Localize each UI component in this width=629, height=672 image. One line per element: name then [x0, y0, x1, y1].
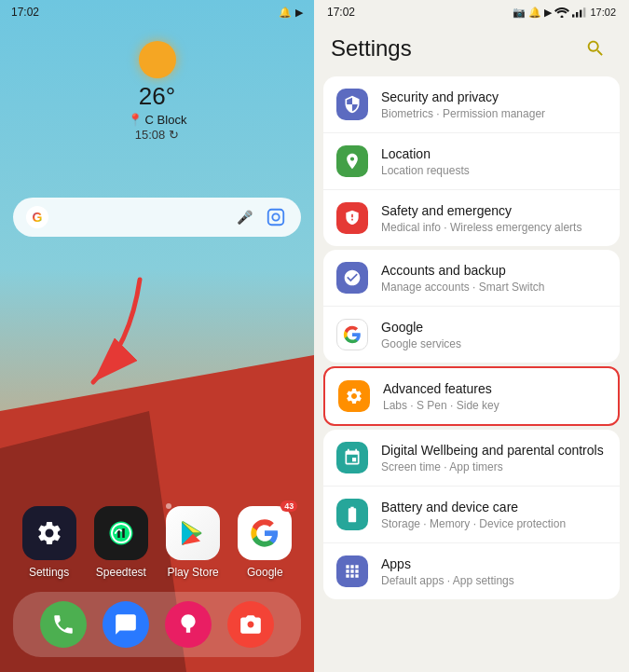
search-icon [585, 38, 606, 59]
bell-status-icon: 🔔 [528, 7, 541, 19]
location-icon [336, 145, 368, 177]
settings-item-apps[interactable]: Apps Default apps · App settings [323, 543, 620, 599]
apps-subtitle: Default apps · App settings [381, 574, 607, 587]
apps-title: Apps [381, 555, 607, 572]
app-settings[interactable]: Settings [22, 506, 76, 579]
settings-title: Settings [331, 35, 412, 62]
settings-header: Settings [314, 22, 629, 76]
dock-petal[interactable] [165, 601, 212, 648]
google-settings-icon [336, 319, 368, 350]
playstore-app-label: Play Store [167, 566, 218, 579]
settings-item-battery[interactable]: Battery and device care Storage · Memory… [323, 487, 620, 543]
svg-point-4 [561, 16, 564, 19]
settings-group-4: Digital Wellbeing and parental controls … [323, 430, 620, 599]
notification-badge: 43 [280, 501, 297, 512]
svg-point-1 [272, 213, 279, 220]
settings-item-accounts[interactable]: Accounts and backup Manage accounts · Sm… [323, 250, 620, 307]
wellbeing-subtitle: Screen time · App timers [381, 460, 607, 473]
camera-status-icon: 📷 [513, 7, 526, 19]
svg-rect-6 [576, 12, 578, 18]
battery-text: Battery and device care Storage · Memory… [381, 499, 607, 529]
search-settings-button[interactable] [579, 32, 612, 65]
settings-item-security[interactable]: Security and privacy Biometrics · Permis… [323, 76, 620, 133]
accounts-title: Accounts and backup [381, 262, 607, 279]
play-status-icon: ▶ [544, 7, 552, 19]
refresh-icon: ↻ [169, 128, 179, 142]
app-grid: Settings Speedtest [0, 506, 314, 579]
advanced-text: Advanced features Labs · S Pen · Side ke… [383, 380, 605, 411]
location-text: Location Location requests [381, 145, 607, 176]
status-bar-right: 17:02 📷 🔔 ▶ 17:02 [314, 0, 629, 22]
security-text: Security and privacy Biometrics · Permis… [381, 89, 607, 119]
security-subtitle: Biometrics · Permission manager [381, 107, 607, 120]
settings-item-advanced[interactable]: Advanced features Labs · S Pen · Side ke… [325, 368, 618, 424]
pin-icon: 📍 [128, 113, 143, 127]
app-google[interactable]: 43 Google [238, 506, 292, 579]
app-speedtest[interactable]: Speedtest [94, 506, 148, 579]
apps-icon [336, 555, 368, 587]
advanced-subtitle: Labs · S Pen · Side key [383, 399, 605, 412]
settings-item-location[interactable]: Location Location requests [323, 133, 620, 190]
battery-text: 17:02 [590, 7, 616, 18]
dock-camera[interactable] [227, 601, 274, 648]
arrow-indicator [47, 270, 158, 401]
safety-title: Safety and emergency [381, 202, 607, 219]
svg-rect-5 [572, 14, 574, 17]
wellbeing-text: Digital Wellbeing and parental controls … [381, 442, 607, 473]
dock-phone[interactable] [40, 601, 87, 648]
playstore-app-icon [166, 506, 220, 560]
location-label: 📍 C Block [128, 113, 187, 127]
status-icons-left: 🔔 ▶ [279, 7, 303, 19]
security-title: Security and privacy [381, 89, 607, 105]
search-action-icons: 🎤 [232, 205, 288, 229]
temperature: 26° [139, 82, 175, 111]
google-g-icon: G [26, 206, 48, 228]
svg-rect-0 [268, 210, 284, 226]
location-subtitle: Location requests [381, 164, 607, 177]
advanced-icon [338, 380, 370, 412]
google-app-icon: 43 [238, 506, 292, 560]
accounts-subtitle: Manage accounts · Smart Switch [381, 281, 607, 294]
google-search-bar[interactable]: G 🎤 [13, 198, 301, 237]
settings-group-advanced: Advanced features Labs · S Pen · Side ke… [323, 366, 620, 426]
status-time-right: 17:02 [327, 6, 355, 19]
safety-subtitle: Medical info · Wireless emergency alerts [381, 221, 607, 234]
safety-icon [336, 202, 368, 234]
clock-display: 15:08 ↻ [135, 128, 180, 142]
accounts-icon [336, 262, 368, 294]
google-settings-text: Google Google services [381, 319, 607, 350]
wellbeing-icon [336, 442, 368, 473]
svg-rect-7 [580, 10, 581, 18]
safety-text: Safety and emergency Medical info · Wire… [381, 202, 607, 233]
battery-subtitle: Storage · Memory · Device protection [381, 517, 607, 530]
dock-messages[interactable] [103, 601, 149, 648]
speedtest-app-label: Speedtest [96, 566, 146, 579]
settings-item-wellbeing[interactable]: Digital Wellbeing and parental controls … [323, 430, 620, 487]
settings-item-safety[interactable]: Safety and emergency Medical info · Wire… [323, 190, 620, 246]
microphone-icon[interactable]: 🎤 [232, 205, 256, 229]
google-settings-title: Google [381, 319, 607, 336]
status-bar-left: 17:02 🔔 ▶ [0, 0, 314, 22]
settings-item-google[interactable]: Google Google services [323, 307, 620, 363]
settings-list: Security and privacy Biometrics · Permis… [314, 76, 629, 672]
weather-widget: 26° 📍 C Block 15:08 ↻ [0, 41, 314, 142]
svg-rect-8 [583, 7, 585, 17]
settings-screen: 17:02 📷 🔔 ▶ 17:02 Settings [314, 0, 629, 672]
settings-app-icon [22, 506, 76, 560]
status-time-left: 17:02 [11, 6, 39, 19]
signal-icon [572, 7, 587, 18]
google-app-label: Google [247, 566, 283, 579]
battery-title: Battery and device care [381, 499, 607, 515]
app-playstore[interactable]: Play Store [166, 506, 220, 579]
lens-icon[interactable] [264, 205, 288, 229]
speedtest-app-icon [94, 506, 148, 560]
status-icons-right: 📷 🔔 ▶ 17:02 [513, 7, 616, 19]
battery-icon [336, 499, 368, 530]
advanced-title: Advanced features [383, 380, 605, 397]
notification-icon: 🔔 [279, 7, 292, 19]
accounts-text: Accounts and backup Manage accounts · Sm… [381, 262, 607, 293]
wifi-icon [554, 7, 569, 18]
settings-app-label: Settings [29, 566, 69, 579]
google-settings-subtitle: Google services [381, 337, 607, 350]
sun-icon [139, 41, 176, 78]
